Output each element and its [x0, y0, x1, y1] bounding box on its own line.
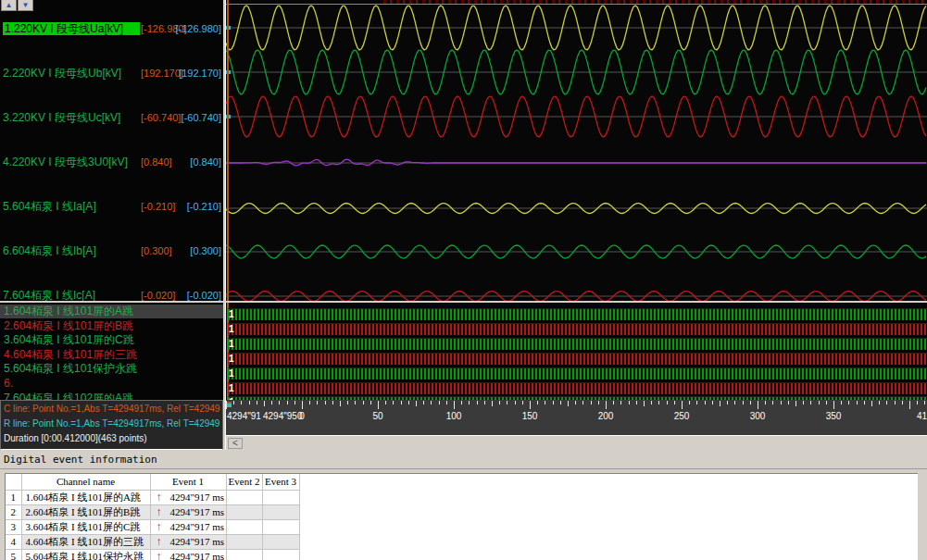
tick-mark	[370, 401, 371, 404]
tick-mark	[408, 401, 409, 404]
up-arrow-icon: ↑	[157, 505, 162, 518]
analog-channel-row-4[interactable]: 4.220KV I 段母线3U0[kV][0.840][0.840]	[0, 156, 223, 169]
event1-time: 4294"917 ms	[170, 551, 225, 560]
event-table-row-5[interactable]: 55.604栢泉 I 线101保护永跳↑4294"917 ms	[6, 549, 918, 560]
event3-cell	[262, 490, 299, 504]
digital-state-value: 1	[229, 308, 234, 323]
digital-channel-row-5[interactable]: 5.604栢泉 I 线101保护永跳	[0, 362, 223, 376]
axis-tick-label: 150	[522, 411, 538, 421]
digital-channel-row-2[interactable]: 2.604栢泉 I 线101屏的B跳	[0, 319, 223, 333]
event1-time: 4294"917 ms	[170, 506, 225, 517]
tick-mark	[264, 401, 265, 406]
tick-mark	[279, 401, 280, 404]
col-header-event3: Event 3	[262, 474, 299, 490]
tick-mark	[530, 401, 531, 409]
tick-mark	[886, 401, 887, 404]
digital-state-value: 1	[229, 353, 234, 367]
tick-mark	[553, 401, 554, 404]
tick-mark	[727, 401, 728, 404]
analog-channel-row-6[interactable]: 6.604栢泉 I 线Ib[A][0.300][0.300]	[0, 244, 223, 258]
scroll-up-button[interactable]: ▲	[1, 0, 17, 11]
tick-mark	[651, 401, 652, 404]
tick-mark	[781, 401, 782, 404]
digital-channel-row-3[interactable]: 3.604栢泉 I 线101屏的C跳	[0, 333, 223, 347]
event-table-row-3[interactable]: 33.604栢泉 I 线101屏的C跳↑4294"917 ms	[6, 519, 918, 534]
event-table-row-1[interactable]: 11.604栢泉 I 线101屏的A跳↑4294"917 ms	[6, 490, 918, 504]
tick-mark	[765, 401, 766, 404]
analog-channel-row-1[interactable]: 1.220KV I 段母线Ua[kV][-126.980][-126.980]	[0, 22, 223, 36]
tick-mark	[879, 401, 880, 404]
tick-mark	[401, 401, 402, 404]
up-arrow-icon: ↑	[157, 535, 162, 548]
tick-mark	[317, 401, 318, 404]
event2-cell	[226, 504, 262, 519]
digital-state-bar-1: 1	[228, 308, 927, 320]
analog-channel-list: ▲ ▼ 1.220KV I 段母线Ua[kV][-126.980][-126.9…	[0, 0, 223, 301]
tick-mark	[233, 401, 234, 404]
analog-channel-row-7[interactable]: 7.604栢泉 I 线Ic[A][-0.020][-0.020]	[0, 289, 223, 301]
event-table-row-2[interactable]: 22.604栢泉 I 线101屏的B跳↑4294"917 ms	[6, 504, 918, 519]
scroll-down-button[interactable]: ▼	[18, 0, 33, 11]
digital-channel-row-1[interactable]: 1.604栢泉 I 线101屏的A跳	[0, 305, 223, 318]
tick-mark	[598, 401, 599, 404]
tick-mark	[743, 401, 744, 404]
event3-cell	[262, 549, 299, 560]
col-header-name: Channel name	[21, 474, 150, 490]
filler-cell	[299, 490, 918, 504]
col-header-num	[6, 474, 21, 490]
analog-channel-row-5[interactable]: 5.604栢泉 I 线Ia[A][-0.210][-0.210]	[0, 200, 223, 214]
digital-state-bar-5: 1	[228, 367, 927, 380]
tick-mark	[355, 401, 356, 404]
row-number-cell: 3	[6, 519, 21, 534]
channel-label: 3.220KV I 段母线Uc[kV]	[3, 111, 120, 124]
horizontal-scrollbar[interactable]: <	[226, 435, 927, 450]
section-title: Digital event information	[4, 454, 157, 466]
tick-mark	[591, 401, 592, 404]
tick-mark	[720, 401, 720, 406]
axis-tick-label: 0	[299, 411, 305, 421]
event-table-row-4[interactable]: 44.604栢泉 I 线101屏的三跳↑4294"917 ms	[6, 534, 918, 549]
digital-waveform-panel[interactable]: 1111111	[226, 303, 927, 400]
tick-mark	[848, 401, 849, 404]
channel-name-cell: 5.604栢泉 I 线101保护永跳	[21, 549, 150, 560]
event2-cell	[226, 549, 262, 560]
analog-channel-row-2[interactable]: 2.220KV I 段母线Ub[kV][192.170][192.170]	[0, 67, 223, 81]
tick-mark	[454, 401, 455, 409]
cursor-position-marker[interactable]	[227, 402, 232, 407]
c-cursor-line[interactable]	[227, 0, 229, 301]
scroll-left-button[interactable]: <	[228, 438, 243, 449]
event1-time: 4294"917 ms	[170, 492, 225, 503]
time-axis: 4294"914294"95005010015020025030035041	[226, 400, 927, 435]
tick-mark	[499, 401, 500, 404]
tick-mark	[833, 401, 834, 409]
tick-mark	[909, 401, 910, 409]
axis-tick-label: 4294"950	[263, 411, 302, 421]
r-line-status: R line: Point No.=1,Abs T=4294917ms, Rel…	[4, 417, 222, 431]
analog-channel-row-3[interactable]: 3.220KV I 段母线Uc[kV][-60.740][-60.740]	[0, 111, 223, 125]
tick-mark	[795, 401, 796, 406]
r-cursor-value: [-0.020]	[187, 289, 221, 301]
channel-label: 5.604栢泉 I 线Ia[A]	[3, 200, 96, 213]
event2-cell	[226, 490, 262, 504]
tick-mark	[636, 401, 637, 404]
analog-waveform-panel[interactable]	[226, 0, 927, 301]
r-cursor-value: [0.840]	[190, 156, 221, 168]
tick-mark	[758, 401, 758, 409]
digital-channel-row-4[interactable]: 4.604栢泉 I 线101屏的三跳	[0, 348, 223, 362]
tick-mark	[431, 401, 432, 404]
event1-cell: ↑4294"917 ms	[150, 490, 226, 504]
waveform-trace-4	[226, 159, 926, 166]
event1-cell: ↑4294"917 ms	[150, 519, 226, 534]
digital-channel-row-6[interactable]: 6.	[0, 377, 223, 391]
c-cursor-value: [-0.210]	[141, 200, 175, 213]
tick-mark	[378, 401, 379, 409]
digital-state-bar-4: 1	[228, 353, 927, 365]
digital-channel-row-7[interactable]: 7.604栢泉 I 线102屏的A跳	[0, 392, 223, 400]
tick-mark	[924, 401, 925, 404]
event2-cell	[226, 534, 262, 549]
digital-state-bar-3: 1	[228, 338, 927, 350]
event1-cell: ↑4294"917 ms	[150, 549, 226, 560]
tick-mark	[674, 401, 675, 404]
tick-mark	[705, 401, 706, 404]
tick-mark	[515, 401, 516, 404]
